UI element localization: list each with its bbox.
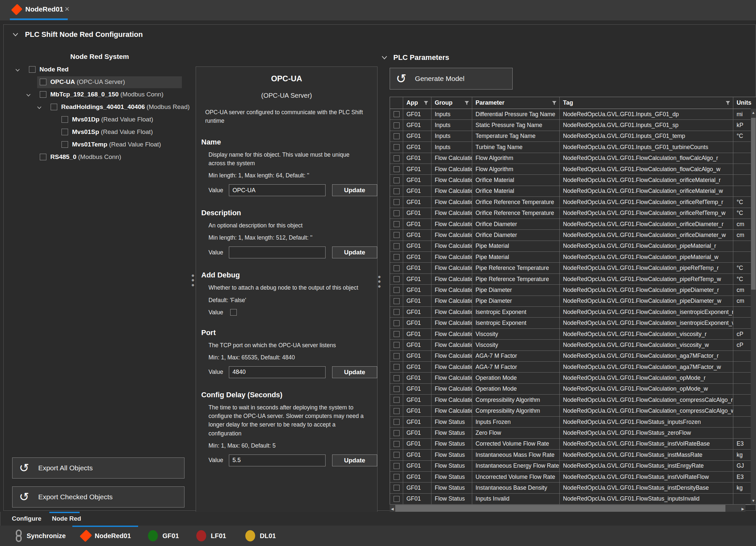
table-row[interactable]: GF01Flow CalculationOperation ModeNodeRe… <box>390 384 756 395</box>
row-checkbox[interactable] <box>394 419 400 425</box>
table-row[interactable]: GF01Flow StatusCorrected Volume Flow Rat… <box>390 439 756 450</box>
row-checkbox[interactable] <box>394 221 400 227</box>
table-row[interactable]: GF01Flow CalculationAGA-7 M FactorNodeRe… <box>390 351 756 362</box>
row-checkbox[interactable] <box>394 430 400 436</box>
generate-model-button[interactable]: ↺ Generate Model <box>390 68 513 89</box>
row-checkbox[interactable] <box>394 320 400 326</box>
tree-item-mbtcp-192-168-0-150[interactable]: MbTcp_192_168_0_150 (Modbus Conn) <box>0 88 191 101</box>
row-checkbox[interactable] <box>394 375 400 381</box>
table-row[interactable]: GF01Flow StatusInstantaneous Base Densit… <box>390 483 756 493</box>
tree-item-opc-ua[interactable]: OPC-UA (OPC-UA Server) <box>0 76 191 88</box>
export-all-objects-button[interactable]: ↺ Export All Objects <box>12 458 184 479</box>
column-header-parameter[interactable]: Parameter <box>472 97 560 109</box>
update-button[interactable]: Update <box>332 184 377 196</box>
table-row[interactable]: GF01Flow StatusUncorrected Volume Flow R… <box>390 472 756 483</box>
table-row[interactable]: GF01Flow CalculationViscosityNodeRedOpcU… <box>390 340 756 351</box>
filter-funnel-icon[interactable] <box>725 101 730 105</box>
table-row[interactable]: GF01Flow CalculationPipe DiameterNodeRed… <box>390 296 756 307</box>
update-button[interactable]: Update <box>332 246 377 258</box>
table-row[interactable]: GF01Flow CalculationOrifice MaterialNode… <box>390 186 756 197</box>
table-row[interactable]: GF01Flow CalculationCompressibility Algo… <box>390 406 756 417</box>
update-button[interactable]: Update <box>332 455 377 466</box>
value-input[interactable] <box>229 366 326 378</box>
row-checkbox[interactable] <box>394 199 400 205</box>
table-row[interactable]: GF01Flow CalculationOrifice Reference Te… <box>390 208 756 219</box>
table-row[interactable]: GF01Flow CalculationPipe MaterialNodeRed… <box>390 252 756 262</box>
vertical-scroll-thumb[interactable] <box>751 118 756 290</box>
row-checkbox[interactable] <box>394 166 400 172</box>
tree-item-checkbox[interactable] <box>40 79 46 85</box>
scroll-down-arrow[interactable]: ▼ <box>751 497 756 505</box>
table-row[interactable]: GF01InputsStatic Pressure Tag NameNodeRe… <box>390 120 756 131</box>
statusbar-item-dl01[interactable]: DL01 <box>245 526 276 546</box>
chevron-down-icon[interactable] <box>26 92 31 98</box>
table-row[interactable]: GF01Flow StatusInputs InvalidNodeRedOpcU… <box>390 494 756 505</box>
update-button[interactable]: Update <box>332 366 377 378</box>
configuration-expander-header[interactable]: PLC Shift Node Red Configuration <box>12 30 143 39</box>
row-checkbox[interactable] <box>394 496 400 502</box>
row-checkbox[interactable] <box>394 188 400 194</box>
table-row[interactable]: GF01Flow StatusZero FlowNodeRedOpcUa.GVL… <box>390 428 756 438</box>
row-checkbox[interactable] <box>394 386 400 392</box>
tree-item-mvs01dp[interactable]: Mvs01Dp (Read Value Float) <box>0 113 191 126</box>
table-row[interactable]: GF01InputsDifferential Pressure Tag Name… <box>390 109 756 120</box>
row-checkbox[interactable] <box>394 111 400 117</box>
table-row[interactable]: GF01Flow CalculationViscosityNodeRedOpcU… <box>390 329 756 340</box>
table-row[interactable]: GF01Flow StatusInputs FrozenNodeRedOpcUa… <box>390 417 756 428</box>
row-checkbox[interactable] <box>394 155 400 161</box>
tree-item-checkbox[interactable] <box>61 129 68 135</box>
table-row[interactable]: GF01Flow CalculationOrifice DiameterNode… <box>390 230 756 240</box>
vertical-scrollbar[interactable]: ▲ ▼ <box>751 109 756 505</box>
row-checkbox[interactable] <box>394 254 400 260</box>
row-checkbox[interactable] <box>394 353 400 359</box>
close-tab-icon[interactable]: ✕ <box>64 5 70 13</box>
document-tab-nodered01[interactable]: NodeRed01 ✕ <box>8 0 71 20</box>
scroll-up-arrow[interactable]: ▲ <box>751 109 756 116</box>
tree-item-mvs01temp[interactable]: Mvs01Temp (Read Value Float) <box>0 138 191 151</box>
table-row[interactable]: GF01Flow StatusInstantaneous Energy Flow… <box>390 461 756 472</box>
row-checkbox[interactable] <box>394 276 400 282</box>
table-row[interactable]: GF01Flow CalculationPipe Reference Tempe… <box>390 262 756 274</box>
table-row[interactable]: GF01Flow CalculationOrifice MaterialNode… <box>390 175 756 186</box>
row-checkbox[interactable] <box>394 331 400 337</box>
table-row[interactable]: GF01Flow CalculationIsentropic ExponentN… <box>390 318 756 329</box>
table-row[interactable]: GF01Flow CalculationFlow AlgorithmNodeRe… <box>390 153 756 164</box>
row-checkbox[interactable] <box>394 298 400 304</box>
value-checkbox[interactable] <box>230 309 237 316</box>
row-checkbox[interactable] <box>394 122 400 128</box>
row-checkbox[interactable] <box>394 474 400 480</box>
tree-item-checkbox[interactable] <box>40 154 46 160</box>
row-checkbox[interactable] <box>394 265 400 271</box>
plc-parameters-expander-header[interactable]: PLC Parameters <box>381 53 449 62</box>
row-checkbox[interactable] <box>394 243 400 249</box>
tree-item-mvs01sp[interactable]: Mvs01Sp (Read Value Float) <box>0 126 191 138</box>
statusbar-item-nodered01[interactable]: NodeRed01 <box>82 526 131 546</box>
column-header-tag[interactable]: Tag <box>560 97 733 109</box>
table-row[interactable]: GF01InputsTemperature Tag NameNodeRedOpc… <box>390 131 756 142</box>
tree-item-checkbox[interactable] <box>29 66 36 73</box>
chevron-down-icon[interactable] <box>15 67 20 73</box>
filter-funnel-icon[interactable] <box>424 101 428 105</box>
value-input[interactable] <box>229 246 326 258</box>
chevron-down-icon[interactable] <box>37 105 42 111</box>
table-row[interactable]: GF01Flow CalculationPipe DiameterNodeRed… <box>390 285 756 296</box>
left-splitter-grip[interactable]: ••• <box>191 273 194 287</box>
row-checkbox[interactable] <box>394 408 400 414</box>
table-row[interactable]: GF01Flow CalculationOrifice DiameterNode… <box>390 219 756 230</box>
row-checkbox[interactable] <box>394 452 400 458</box>
table-row[interactable]: GF01Flow CalculationCompressibility Algo… <box>390 395 756 406</box>
tree-item-rs485-0[interactable]: RS485_0 (Modbus Conn) <box>0 151 191 163</box>
bottom-tab-configure[interactable]: Configure <box>12 515 41 522</box>
table-row[interactable]: GF01Flow CalculationPipe Reference Tempe… <box>390 274 756 285</box>
row-checkbox[interactable] <box>394 364 400 370</box>
row-checkbox[interactable] <box>394 144 400 150</box>
table-row[interactable]: GF01Flow CalculationPipe MaterialNodeRed… <box>390 241 756 252</box>
row-checkbox[interactable] <box>394 397 400 403</box>
row-checkbox[interactable] <box>394 463 400 469</box>
table-row[interactable]: GF01Flow StatusInstantaneous Mass Flow R… <box>390 450 756 460</box>
tree-item-checkbox[interactable] <box>61 141 68 148</box>
table-row[interactable]: GF01Flow CalculationFlow AlgorithmNodeRe… <box>390 164 756 175</box>
tree-item-readholdings-40401-40406[interactable]: ReadHoldings_40401_40406 (Modbus Read) <box>0 101 191 113</box>
tree-item-node-red[interactable]: Node Red <box>0 63 191 76</box>
row-checkbox[interactable] <box>394 485 400 491</box>
